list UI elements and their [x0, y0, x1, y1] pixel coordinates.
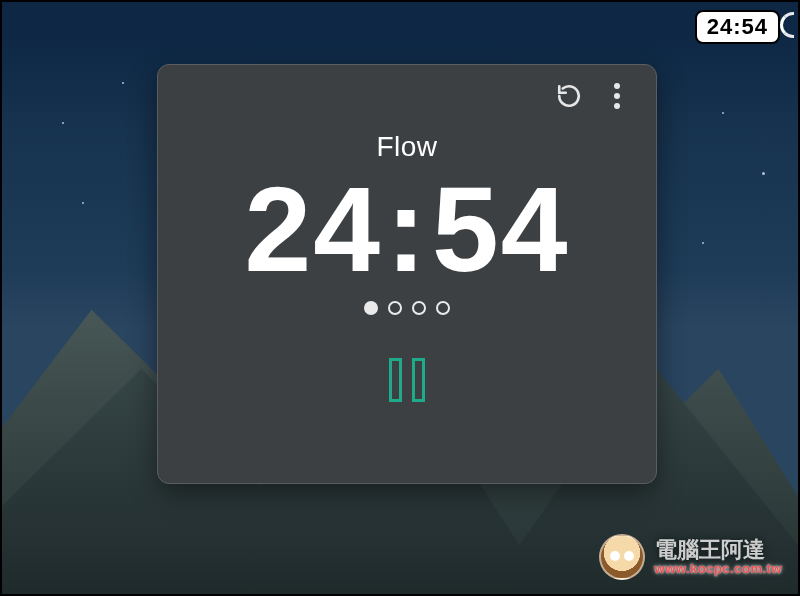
- more-menu-button[interactable]: [602, 81, 632, 111]
- session-dot-4: [436, 301, 450, 315]
- pause-icon: [389, 358, 402, 402]
- menubar-timer-value: 24:54: [707, 14, 768, 39]
- watermark-title: 電腦王阿達: [655, 538, 782, 562]
- card-toolbar: [176, 79, 638, 113]
- pause-icon: [412, 358, 425, 402]
- more-vertical-icon: [614, 83, 620, 109]
- session-dot-1: [364, 301, 378, 315]
- session-progress-dots: [364, 301, 450, 315]
- session-dot-3: [412, 301, 426, 315]
- timer-display: 24:54: [245, 169, 570, 289]
- reset-button[interactable]: [554, 81, 584, 111]
- timer-card: Flow 24:54: [157, 64, 657, 484]
- watermark-url: www.kocpc.com.tw: [655, 562, 782, 576]
- timer-minutes: 24: [245, 162, 382, 296]
- timer-seconds: 54: [432, 162, 569, 296]
- source-watermark: 電腦王阿達 www.kocpc.com.tw: [599, 534, 782, 580]
- watermark-avatar-icon: [599, 534, 645, 580]
- pause-button[interactable]: [380, 353, 434, 407]
- reset-icon: [556, 83, 582, 109]
- session-dot-2: [388, 301, 402, 315]
- session-title: Flow: [376, 131, 437, 163]
- app-window: 24:54 Flow 24:54: [0, 0, 800, 596]
- timer-colon: :: [382, 162, 432, 296]
- menubar-timer-badge[interactable]: 24:54: [695, 10, 780, 44]
